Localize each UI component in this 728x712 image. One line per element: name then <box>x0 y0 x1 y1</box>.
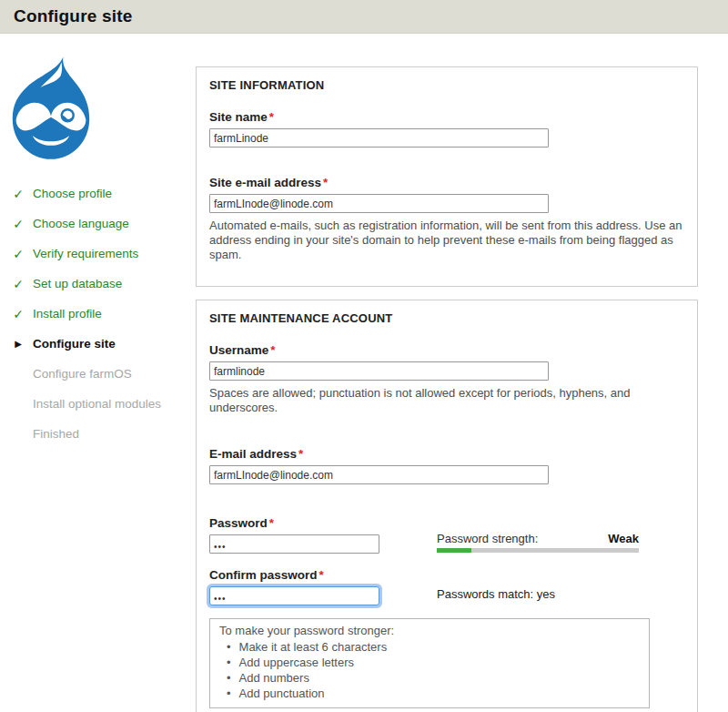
install-task-item: Install optional modules <box>11 389 193 419</box>
install-task-item: ✓Choose language <box>11 209 193 239</box>
password-row: Password* Password strength: Weak <box>209 516 684 554</box>
install-task-item: ▶Configure site <box>11 329 193 359</box>
check-icon: ✓ <box>11 187 25 201</box>
password-input[interactable] <box>209 534 379 554</box>
main-content: SITE INFORMATION Site name* Site e-mail … <box>196 66 694 712</box>
site-email-item: Site e-mail address* Automated e-mails, … <box>209 176 684 262</box>
site-information-title: SITE INFORMATION <box>209 78 684 92</box>
check-icon: ✓ <box>11 247 25 261</box>
account-email-input[interactable] <box>209 465 549 484</box>
install-task-label: Set up database <box>33 277 122 290</box>
install-task-label: Install profile <box>33 307 102 320</box>
install-task-item: ✓Verify requirements <box>11 239 193 269</box>
install-task-label: Choose language <box>33 217 129 230</box>
check-icon: ✓ <box>11 307 25 321</box>
required-asterisk: * <box>270 343 275 357</box>
site-information-panel: SITE INFORMATION Site name* Site e-mail … <box>196 66 698 287</box>
password-strength-fill <box>437 548 471 553</box>
drupal-logo <box>7 53 95 169</box>
password-suggestion-item: Add uppercase letters <box>219 655 640 670</box>
account-email-label: E-mail address* <box>209 447 684 461</box>
current-step-arrow-icon: ▶ <box>11 339 25 349</box>
site-email-input[interactable] <box>209 194 549 213</box>
password-label: Password* <box>209 516 437 530</box>
install-task-label: Configure farmOS <box>33 367 132 381</box>
site-name-input[interactable] <box>209 128 549 147</box>
password-suggestion-item: Add punctuation <box>219 686 640 701</box>
confirm-password-item: Confirm password* <box>209 568 437 605</box>
install-task-item: Finished <box>11 419 193 449</box>
password-suggestions-title: To make your password stronger: <box>219 624 640 637</box>
install-task-item: ✓Install profile <box>11 299 193 329</box>
required-asterisk: * <box>323 176 328 189</box>
site-name-item: Site name* <box>209 110 684 147</box>
password-suggestions-box: To make your password stronger: Make it … <box>209 618 650 708</box>
site-email-help: Automated e-mails, such as registration … <box>209 219 684 262</box>
maintenance-account-title: SITE MAINTENANCE ACCOUNT <box>209 311 684 325</box>
password-strength-track <box>437 548 639 553</box>
install-task-item: Configure farmOS <box>11 359 193 389</box>
page-header: Configure site <box>0 0 728 34</box>
password-suggestions-list: Make it at least 6 charactersAdd upperca… <box>219 639 640 701</box>
install-task-label: Choose profile <box>33 187 112 200</box>
username-item: Username* Spaces are allowed; punctuatio… <box>209 343 684 415</box>
install-task-item: ✓Choose profile <box>11 178 193 209</box>
passwords-match-status: Passwords match: yes <box>437 568 684 605</box>
password-strength-caption: Password strength: <box>437 532 538 545</box>
site-name-label: Site name* <box>209 110 684 124</box>
confirm-password-label: Confirm password* <box>209 568 437 582</box>
install-task-list: ✓Choose profile✓Choose language✓Verify r… <box>11 178 193 449</box>
password-strength-level: Weak <box>608 532 639 545</box>
username-label: Username* <box>209 343 684 357</box>
required-asterisk: * <box>319 568 324 582</box>
site-email-label: Site e-mail address* <box>209 176 684 189</box>
confirm-password-input[interactable] <box>209 586 379 605</box>
install-task-label: Configure site <box>33 337 116 351</box>
account-email-item: E-mail address* <box>209 447 684 484</box>
password-strength-widget: Password strength: Weak <box>437 516 639 554</box>
password-item: Password* <box>209 516 437 554</box>
check-icon: ✓ <box>11 217 25 231</box>
install-task-label: Finished <box>33 427 79 441</box>
username-input[interactable] <box>209 361 549 381</box>
maintenance-account-panel: SITE MAINTENANCE ACCOUNT Username* Space… <box>196 300 698 712</box>
install-task-item: ✓Set up database <box>11 269 193 299</box>
password-suggestion-item: Add numbers <box>219 670 640 686</box>
required-asterisk: * <box>269 516 274 530</box>
username-help: Spaces are allowed; punctuation is not a… <box>209 386 684 415</box>
install-task-label: Install optional modules <box>33 397 161 411</box>
confirm-password-row: Confirm password* Passwords match: yes <box>209 568 684 605</box>
required-asterisk: * <box>269 110 274 124</box>
page-title: Configure site <box>14 6 133 26</box>
install-task-label: Verify requirements <box>33 247 138 260</box>
password-suggestion-item: Make it at least 6 characters <box>219 639 640 655</box>
check-icon: ✓ <box>11 277 25 291</box>
druplicon-icon <box>7 53 95 169</box>
required-asterisk: * <box>298 447 303 461</box>
